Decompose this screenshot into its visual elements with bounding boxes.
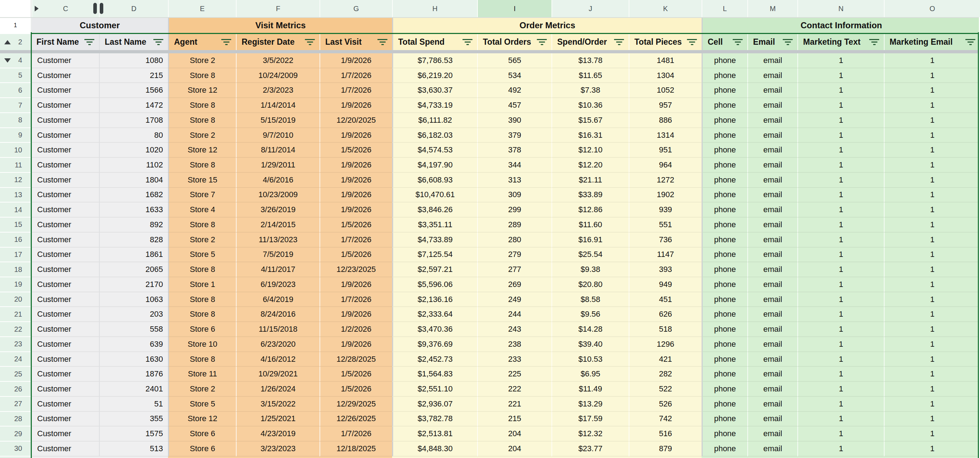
table-cell[interactable]: 9/7/2010 (236, 128, 320, 143)
table-cell[interactable]: Store 6 (168, 322, 236, 337)
group-header-customer[interactable]: Customer (32, 18, 168, 33)
table-cell[interactable]: $14.28 (552, 322, 629, 337)
table-cell[interactable]: 6/19/2023 (236, 277, 320, 292)
table-cell[interactable]: 1 (884, 69, 980, 83)
table-cell[interactable]: phone (702, 98, 747, 113)
table-cell[interactable]: 1/5/2026 (320, 143, 392, 158)
row-header-27[interactable]: 27 (0, 397, 32, 412)
table-cell[interactable]: phone (702, 113, 747, 128)
column-header-total-pieces[interactable]: Total Pieces (629, 34, 702, 50)
table-cell[interactable]: email (747, 426, 797, 442)
table-cell[interactable]: 1 (797, 98, 884, 113)
row-header-13[interactable]: 13 (0, 188, 32, 203)
table-cell[interactable]: 1 (797, 247, 884, 263)
table-cell[interactable]: email (747, 292, 797, 307)
table-cell[interactable]: 12/28/2025 (320, 352, 392, 367)
table-cell[interactable]: $6,608.93 (392, 173, 477, 188)
table-cell[interactable]: $2,452.73 (392, 352, 477, 367)
table-cell[interactable]: 1 (884, 292, 980, 307)
column-header-H[interactable]: H (392, 0, 477, 17)
table-cell[interactable]: 277 (477, 262, 552, 277)
row-header-21[interactable]: 21 (0, 307, 32, 322)
table-cell[interactable]: Customer (32, 83, 99, 98)
table-cell[interactable]: 4/16/2012 (236, 352, 320, 367)
table-cell[interactable]: Customer (32, 262, 99, 277)
table-cell[interactable]: email (747, 158, 797, 173)
table-cell[interactable]: 1 (884, 113, 980, 128)
table-cell[interactable]: phone (702, 337, 747, 352)
table-cell[interactable]: 949 (629, 277, 702, 292)
table-cell[interactable]: 10/29/2021 (236, 367, 320, 382)
table-cell[interactable]: Customer (32, 53, 99, 69)
table-cell[interactable]: phone (702, 292, 747, 307)
table-cell[interactable]: 1272 (629, 173, 702, 188)
table-cell[interactable]: 828 (99, 233, 168, 247)
table-cell[interactable]: 1/9/2026 (320, 203, 392, 217)
table-cell[interactable]: 1 (797, 412, 884, 427)
table-cell[interactable]: email (747, 442, 797, 456)
table-cell[interactable]: 1 (884, 203, 980, 217)
column-header-first-name[interactable]: First Name (32, 34, 99, 50)
table-cell[interactable]: phone (702, 188, 747, 203)
table-cell[interactable]: 1708 (99, 113, 168, 128)
table-cell[interactable]: 204 (477, 426, 552, 442)
table-cell[interactable]: 1 (884, 53, 980, 69)
table-cell[interactable]: 1 (797, 307, 884, 322)
table-cell[interactable]: phone (702, 233, 747, 247)
column-header-total-spend[interactable]: Total Spend (392, 34, 477, 50)
table-cell[interactable]: 1/26/2024 (236, 382, 320, 397)
table-cell[interactable]: $10.53 (552, 352, 629, 367)
table-cell[interactable]: $9.56 (552, 307, 629, 322)
column-header-J[interactable]: J (552, 0, 629, 17)
table-cell[interactable]: phone (702, 367, 747, 382)
table-cell[interactable]: 1 (797, 113, 884, 128)
table-cell[interactable]: $7,786.53 (392, 53, 477, 69)
table-cell[interactable]: 80 (99, 128, 168, 143)
table-cell[interactable]: 1 (884, 397, 980, 412)
table-cell[interactable]: 1 (884, 188, 980, 203)
table-cell[interactable]: 1 (797, 426, 884, 442)
column-header-F[interactable]: F (236, 0, 320, 17)
row-header-30[interactable]: 30 (0, 442, 32, 456)
table-cell[interactable]: email (747, 113, 797, 128)
table-cell[interactable]: Customer (32, 442, 99, 456)
table-cell[interactable]: 8/11/2014 (236, 143, 320, 158)
table-cell[interactable]: 1 (797, 143, 884, 158)
table-cell[interactable]: phone (702, 442, 747, 456)
table-cell[interactable]: Store 12 (168, 83, 236, 98)
table-cell[interactable]: 1/9/2026 (320, 53, 392, 69)
table-cell[interactable]: 534 (477, 69, 552, 83)
table-cell[interactable]: 393 (629, 262, 702, 277)
table-cell[interactable]: 1566 (99, 83, 168, 98)
table-cell[interactable]: 1 (797, 292, 884, 307)
hidden-columns-arrow-icon[interactable] (35, 6, 38, 11)
table-cell[interactable]: 1 (884, 307, 980, 322)
table-cell[interactable]: 565 (477, 53, 552, 69)
table-cell[interactable]: 1/9/2026 (320, 128, 392, 143)
table-cell[interactable]: $2,551.10 (392, 382, 477, 397)
table-cell[interactable]: phone (702, 382, 747, 397)
table-cell[interactable]: email (747, 53, 797, 69)
table-cell[interactable]: Store 8 (168, 98, 236, 113)
table-cell[interactable]: $9.38 (552, 262, 629, 277)
table-cell[interactable]: $20.80 (552, 277, 629, 292)
table-cell[interactable]: 1 (884, 173, 980, 188)
table-cell[interactable]: Store 5 (168, 247, 236, 263)
table-cell[interactable]: Store 7 (168, 188, 236, 203)
table-cell[interactable]: 280 (477, 233, 552, 247)
table-cell[interactable]: $17.59 (552, 412, 629, 427)
table-cell[interactable]: $4,733.89 (392, 233, 477, 247)
table-cell[interactable]: 309 (477, 188, 552, 203)
table-cell[interactable]: Customer (32, 69, 99, 83)
table-cell[interactable]: Store 2 (168, 53, 236, 69)
table-cell[interactable]: phone (702, 247, 747, 263)
group-header-visit[interactable]: Visit Metrics (168, 18, 392, 33)
table-cell[interactable]: phone (702, 83, 747, 98)
table-cell[interactable]: 6/23/2020 (236, 337, 320, 352)
table-cell[interactable]: 244 (477, 307, 552, 322)
table-cell[interactable]: Store 1 (168, 277, 236, 292)
row-header-8[interactable]: 8 (0, 113, 32, 128)
table-cell[interactable]: email (747, 143, 797, 158)
table-cell[interactable]: 12/23/2025 (320, 262, 392, 277)
table-cell[interactable]: 225 (477, 367, 552, 382)
